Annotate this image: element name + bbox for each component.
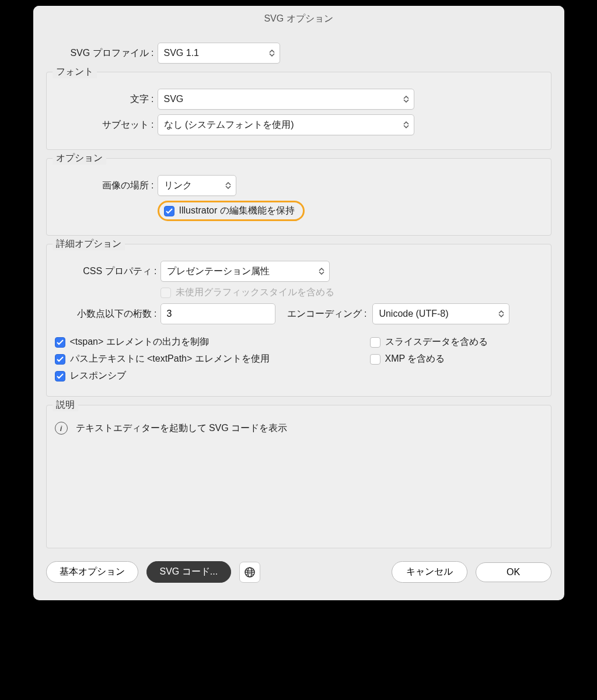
dialog-footer: 基本オプション SVG コード... キャンセル OK (33, 556, 564, 583)
font-subset-select[interactable]: なし (システムフォントを使用) (158, 114, 414, 135)
preserve-ai-label: Illustrator の編集機能を保持 (179, 205, 295, 217)
checkbox-checked-icon (55, 371, 65, 382)
chevron-updown-icon (403, 96, 409, 103)
advanced-fieldset: 詳細オプション CSS プロパティ : プレゼンテーション属性 未使用グラフィッ… (46, 244, 551, 397)
unused-styles-label: 未使用グラフィックスタイルを含める (176, 286, 334, 299)
encoding-select[interactable]: Unicode (UTF-8) (372, 303, 509, 324)
globe-icon (244, 566, 256, 578)
options-legend: オプション (53, 152, 106, 164)
slice-label: スライスデータを含める (385, 336, 488, 348)
options-fieldset: オプション 画像の場所 : リンク (46, 158, 551, 236)
preserve-ai-checkbox[interactable]: Illustrator の編集機能を保持 (164, 205, 295, 217)
svg-profile-row: SVG プロファイル : SVG 1.1 (46, 43, 551, 64)
dialog-title: SVG オプション (33, 6, 564, 31)
tspan-label: <tspan> エレメントの出力を制御 (70, 336, 209, 348)
checkbox-disabled-icon (160, 288, 171, 298)
checkbox-checked-icon (55, 354, 65, 365)
info-icon: i (55, 422, 68, 435)
chevron-updown-icon (319, 268, 324, 275)
slice-checkbox[interactable]: スライスデータを含める (370, 336, 543, 348)
advanced-legend: 詳細オプション (53, 238, 125, 250)
unused-styles-checkbox: 未使用グラフィックスタイルを含める (160, 286, 334, 299)
description-text: テキストエディターを起動して SVG コードを表示 (76, 422, 288, 435)
image-location-value: リンク (164, 180, 192, 192)
css-props-select[interactable]: プレゼンテーション属性 (160, 261, 330, 282)
cancel-button[interactable]: キャンセル (392, 561, 467, 583)
decimals-label: 小数点以下の桁数 : (55, 308, 160, 320)
ok-button[interactable]: OK (476, 562, 551, 582)
svg-profile-select[interactable]: SVG 1.1 (158, 43, 280, 64)
svg-code-button[interactable]: SVG コード... (146, 561, 232, 583)
image-location-select[interactable]: リンク (158, 175, 236, 196)
encoding-value: Unicode (UTF-8) (379, 309, 448, 319)
chevron-updown-icon (403, 121, 409, 128)
css-props-value: プレゼンテーション属性 (167, 265, 270, 278)
basic-options-button[interactable]: 基本オプション (46, 561, 138, 583)
svg-profile-label: SVG プロファイル : (46, 47, 158, 60)
preview-web-button[interactable] (239, 562, 260, 583)
preserve-ai-highlight: Illustrator の編集機能を保持 (158, 201, 305, 221)
tspan-checkbox[interactable]: <tspan> エレメントの出力を制御 (55, 336, 370, 348)
encoding-label: エンコーディング : (275, 308, 371, 320)
font-type-select[interactable]: SVG (158, 89, 414, 110)
xmp-label: XMP を含める (385, 353, 445, 365)
css-props-label: CSS プロパティ : (55, 265, 160, 278)
checkbox-unchecked-icon (370, 354, 380, 365)
dialog-content: SVG プロファイル : SVG 1.1 フォント 文字 : SVG (33, 31, 564, 548)
textpath-checkbox[interactable]: パス上テキストに <textPath> エレメントを使用 (55, 353, 370, 365)
textpath-label: パス上テキストに <textPath> エレメントを使用 (70, 353, 270, 365)
chevron-updown-icon (225, 182, 231, 189)
chevron-updown-icon (269, 50, 275, 57)
image-location-label: 画像の場所 : (55, 180, 158, 192)
font-type-label: 文字 : (55, 93, 158, 106)
decimals-input[interactable] (160, 303, 275, 324)
font-subset-value: なし (システムフォントを使用) (164, 119, 294, 131)
checkbox-unchecked-icon (370, 337, 380, 348)
responsive-label: レスポンシブ (70, 370, 126, 382)
checkbox-checked-icon (164, 206, 174, 216)
checkbox-checked-icon (55, 337, 65, 348)
svg-profile-value: SVG 1.1 (164, 48, 199, 58)
font-fieldset: フォント 文字 : SVG サブセット : なし (システムフォントを使用) (46, 72, 551, 150)
responsive-checkbox[interactable]: レスポンシブ (55, 370, 370, 382)
chevron-updown-icon (498, 310, 504, 317)
xmp-checkbox[interactable]: XMP を含める (370, 353, 543, 365)
svg-options-dialog: SVG オプション SVG プロファイル : SVG 1.1 フォント 文字 :… (33, 6, 564, 600)
font-type-value: SVG (164, 94, 184, 104)
font-legend: フォント (53, 66, 97, 78)
font-subset-label: サブセット : (55, 119, 158, 131)
description-legend: 説明 (53, 399, 78, 411)
description-fieldset: 説明 i テキストエディターを起動して SVG コードを表示 (46, 405, 551, 548)
